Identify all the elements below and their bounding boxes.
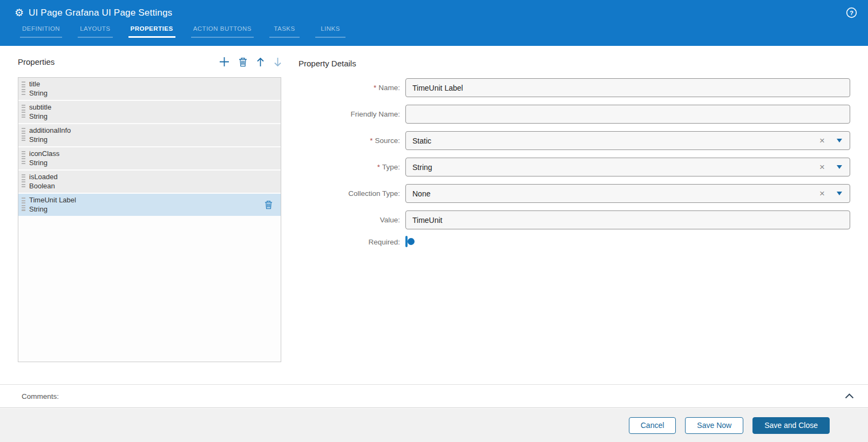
collection-type-select[interactable]: None × — [405, 184, 850, 203]
value-input[interactable] — [405, 210, 850, 229]
tab-layouts[interactable]: LAYOUTS — [78, 25, 112, 38]
chevron-down-icon[interactable] — [837, 139, 842, 142]
friendly-name-input[interactable] — [405, 105, 850, 124]
cancel-button[interactable]: Cancel — [629, 417, 676, 434]
form-row-source: *Source: Static × — [299, 131, 850, 150]
form-row-type: *Type: String × — [299, 158, 850, 176]
drag-handle-icon[interactable] — [22, 174, 25, 189]
property-name: TimeUnit Label — [29, 196, 76, 205]
list-item-subtitle[interactable]: subtitle String — [18, 101, 281, 123]
form-row-name: *Name: — [299, 78, 850, 97]
footer-bar: Cancel Save Now Save and Close — [0, 409, 868, 442]
add-property-icon[interactable] — [219, 57, 229, 67]
drag-handle-icon[interactable] — [22, 198, 25, 212]
save-now-button[interactable]: Save Now — [685, 417, 743, 434]
drag-handle-icon[interactable] — [22, 151, 25, 166]
gear-icon: ⚙ — [15, 8, 24, 18]
type-label: Type: — [382, 163, 400, 171]
chevron-down-icon[interactable] — [837, 192, 842, 195]
collection-type-label: Collection Type: — [299, 189, 405, 198]
delete-row-icon[interactable] — [265, 200, 273, 212]
chevron-up-icon[interactable] — [845, 393, 854, 399]
property-type: String — [29, 135, 71, 144]
toggle-knob — [408, 238, 415, 245]
required-asterisk: * — [370, 137, 372, 145]
source-value: Static — [412, 137, 819, 145]
tab-links[interactable]: LINKS — [315, 25, 345, 38]
collection-type-value: None — [412, 189, 819, 198]
clear-icon[interactable]: × — [819, 136, 825, 145]
properties-list: title String subtitle String additionalI… — [18, 77, 281, 362]
list-item-timeunit-label[interactable]: TimeUnit Label String — [18, 194, 281, 216]
property-name: isLoaded — [29, 173, 58, 181]
content-area: Properties title String — [0, 46, 868, 384]
move-down-icon[interactable] — [274, 57, 282, 67]
drag-handle-icon[interactable] — [22, 128, 25, 142]
required-asterisk: * — [377, 163, 380, 171]
property-name: subtitle — [29, 103, 51, 112]
clear-icon[interactable]: × — [819, 162, 825, 172]
tab-action-buttons[interactable]: ACTION BUTTONS — [191, 25, 254, 38]
required-label: Required: — [299, 238, 405, 246]
drag-handle-icon[interactable] — [22, 105, 25, 119]
properties-list-title: Properties — [18, 57, 55, 66]
list-item-additionalinfo[interactable]: additionalInfo String — [18, 124, 281, 146]
type-value: String — [412, 163, 819, 172]
value-label: Value: — [299, 216, 405, 224]
svg-text:?: ? — [850, 10, 853, 16]
property-type: String — [29, 89, 48, 98]
property-name: title — [29, 80, 48, 89]
name-input[interactable] — [405, 78, 850, 97]
tab-bar: DEFINITION LAYOUTS PROPERTIES ACTION BUT… — [20, 25, 868, 38]
form-row-collection-type: Collection Type: None × — [299, 184, 850, 203]
page-title: UI Page Grafana UI Page Settings — [29, 8, 172, 18]
friendly-name-label: Friendly Name: — [299, 110, 405, 118]
tab-tasks[interactable]: TASKS — [269, 25, 300, 38]
property-type: Boolean — [29, 182, 58, 191]
move-up-icon[interactable] — [256, 57, 265, 67]
source-label: Source: — [375, 137, 400, 145]
property-name: additionalInfo — [29, 126, 71, 135]
help-icon[interactable]: ? — [846, 7, 857, 18]
tab-definition[interactable]: DEFINITION — [20, 25, 62, 38]
header-bar: ⚙ UI Page Grafana UI Page Settings ? DEF… — [0, 0, 868, 46]
required-toggle[interactable] — [405, 236, 408, 247]
chevron-down-icon[interactable] — [837, 165, 842, 169]
list-item-title[interactable]: title String — [18, 78, 281, 100]
property-details-title: Property Details — [299, 59, 356, 68]
property-type: String — [29, 112, 51, 121]
list-item-isloaded[interactable]: isLoaded Boolean — [18, 171, 281, 193]
property-details-form: *Name: Friendly Name: *Source: Static × … — [299, 78, 850, 254]
clear-icon[interactable]: × — [819, 189, 825, 198]
delete-property-icon[interactable] — [239, 57, 247, 67]
required-asterisk: * — [374, 84, 376, 92]
property-type: String — [29, 159, 59, 167]
source-select[interactable]: Static × — [405, 131, 850, 150]
save-and-close-button[interactable]: Save and Close — [752, 417, 830, 434]
comments-bar: Comments: — [0, 384, 868, 408]
form-row-friendly-name: Friendly Name: — [299, 105, 850, 124]
form-row-required: Required: — [299, 237, 850, 247]
property-type: String — [29, 205, 76, 214]
drag-handle-icon[interactable] — [22, 81, 25, 96]
tab-properties[interactable]: PROPERTIES — [128, 25, 175, 38]
name-label: Name: — [378, 84, 400, 92]
type-select[interactable]: String × — [405, 158, 850, 176]
form-row-value: Value: — [299, 210, 850, 229]
comments-label: Comments: — [22, 392, 59, 400]
properties-toolbar — [219, 57, 282, 67]
list-item-iconclass[interactable]: iconClass String — [18, 147, 281, 169]
property-name: iconClass — [29, 149, 59, 158]
